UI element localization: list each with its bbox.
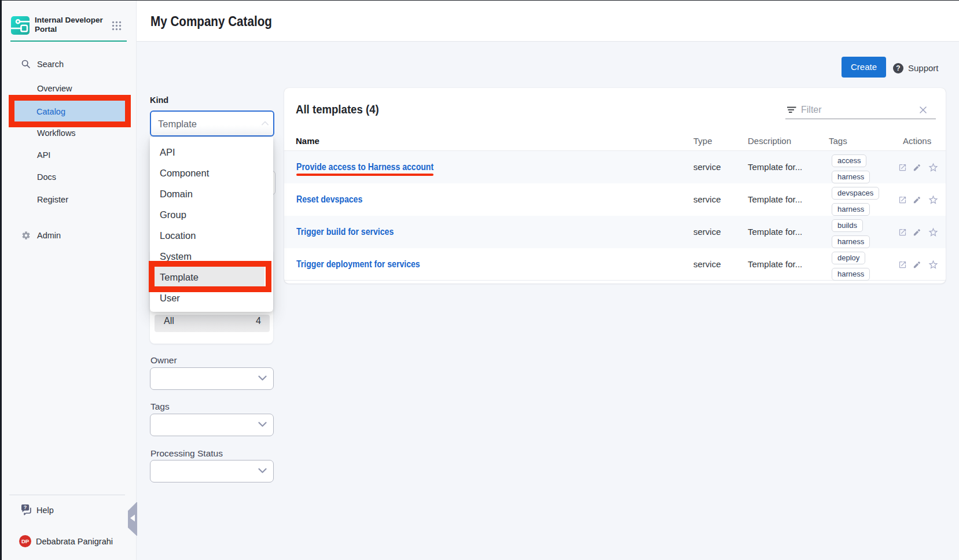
svg-text:?: ? [24, 504, 27, 510]
